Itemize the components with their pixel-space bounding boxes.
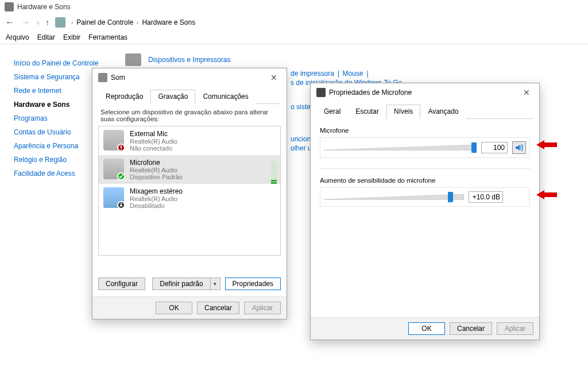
annotation-arrow-icon [536, 139, 557, 151]
mute-toggle-button[interactable] [512, 141, 526, 154]
nav-up-button[interactable]: ↑ [45, 18, 49, 27]
mic-level-row: 100 [320, 137, 530, 158]
device-status: Desabilitado [130, 202, 183, 209]
slider-thumb[interactable] [471, 142, 477, 153]
tab-niveis[interactable]: Níveis [386, 105, 420, 119]
section-header: Dispositivos e Impressoras [125, 53, 588, 66]
recording-device-list[interactable]: External Mic Realtek(R) Audio Não conect… [98, 126, 281, 256]
tab-escutar[interactable]: Escutar [348, 105, 386, 119]
close-button[interactable]: ✕ [267, 72, 281, 83]
device-name: Microfone [130, 159, 183, 167]
error-badge-icon [117, 144, 125, 152]
sidebar-home[interactable]: Início do Painel de Controle [14, 59, 115, 67]
tab-avancado[interactable]: Avançado [420, 105, 466, 119]
device-name: Mixagem estéreo [130, 187, 183, 195]
mic-dialog-titlebar[interactable]: Propriedades de Microfone ✕ [311, 83, 539, 102]
slider-thumb[interactable] [448, 192, 453, 202]
mic-tabs: Geral Escutar Níveis Avançado [316, 104, 533, 119]
set-default-button[interactable]: Definir padrão [152, 277, 210, 290]
chevron-right-icon: › [71, 20, 73, 26]
device-name: External Mic [130, 130, 177, 138]
sound-tabs: Reprodução Gravação Comunicações [98, 89, 281, 104]
ok-button[interactable]: OK [408, 322, 445, 335]
breadcrumb-current[interactable]: Hardware e Sons [142, 18, 195, 26]
section-title-link[interactable]: Dispositivos e Impressoras [148, 56, 230, 64]
device-mixagem[interactable]: Mixagem estéreo Realtek(R) Audio Desabil… [99, 184, 280, 213]
tab-reproducao[interactable]: Reprodução [98, 90, 150, 104]
menu-ferramentas[interactable]: Ferramentas [88, 33, 127, 41]
chevron-down-icon[interactable]: ▾ [210, 277, 220, 290]
breadcrumb-root[interactable]: Painel de Controle [76, 18, 133, 26]
nav-back-button[interactable]: ← [5, 17, 15, 28]
breadcrumb[interactable]: › Painel de Controle › Hardware e Sons [71, 18, 195, 26]
mic-dialog-footer: OK Cancelar Aplicar [311, 317, 539, 340]
window-title: Hardware e Sons [17, 3, 71, 11]
device-external-mic[interactable]: External Mic Realtek(R) Audio Não conect… [99, 126, 280, 155]
svg-marker-1 [324, 145, 477, 151]
apply-button[interactable]: Aplicar [244, 302, 281, 314]
level-meter [271, 159, 277, 184]
nav-bar: ← → v ↑ › Painel de Controle › Hardware … [0, 14, 588, 31]
menu-exibir[interactable]: Exibir [63, 33, 80, 41]
device-microfone[interactable]: Microfone Realtek(R) Audio Dispositivo P… [99, 155, 280, 184]
mic-dialog-body: Microfone 100 Aumento de sensibilidad [311, 119, 539, 207]
ok-button[interactable]: OK [156, 302, 192, 314]
mic-icon [103, 159, 124, 179]
window-titlebar: Hardware e Sons [0, 0, 588, 14]
set-default-split-button[interactable]: Definir padrão ▾ [152, 277, 220, 290]
svg-marker-2 [536, 140, 557, 149]
mic-boost-slider[interactable] [324, 192, 464, 202]
sound-instruction: Selecione um dispositivo de gravação aba… [92, 104, 287, 126]
svg-point-0 [121, 149, 122, 150]
nav-history-caret[interactable]: v [37, 20, 40, 26]
device-driver: Realtek(R) Audio [130, 195, 183, 202]
link-mouse[interactable]: Mouse [343, 70, 363, 78]
device-driver: Realtek(R) Audio [130, 138, 177, 145]
speaker-icon [514, 143, 524, 152]
check-badge-icon [117, 172, 125, 180]
sound-dialog-footer: OK Cancelar Aplicar [92, 296, 287, 319]
mic-level-value[interactable]: 100 [481, 142, 508, 153]
cancel-button[interactable]: Cancelar [197, 302, 239, 314]
close-button[interactable]: ✕ [520, 87, 533, 98]
app-icon [5, 2, 14, 11]
breadcrumb-icon [55, 17, 65, 28]
device-status: Dispositivo Padrão [130, 173, 183, 180]
svg-marker-3 [324, 194, 464, 200]
cancel-button[interactable]: Cancelar [450, 322, 492, 335]
soundcard-icon [103, 187, 124, 208]
annotation-arrow-icon [536, 189, 557, 201]
device-driver: Realtek(R) Audio [130, 167, 183, 173]
sound-dialog-title: Som [111, 74, 125, 82]
mic-boost-label: Aumento de sensibilidade do microfone [320, 177, 530, 184]
chevron-right-icon: › [137, 20, 138, 26]
mic-icon [316, 88, 326, 97]
configure-button[interactable]: Configurar [98, 277, 145, 290]
menu-bar: Arquivo Editar Exibir Ferramentas [0, 31, 588, 44]
mic-dialog-title: Propriedades de Microfone [329, 88, 412, 97]
mic-boost-row: +10.0 dB [320, 187, 530, 207]
mic-boost-value[interactable]: +10.0 dB [469, 191, 503, 203]
properties-button[interactable]: Propriedades [225, 277, 281, 290]
disabled-badge-icon [117, 201, 125, 209]
link-printer[interactable]: de impressora [291, 70, 334, 78]
divider [320, 168, 530, 169]
sound-icon [98, 73, 107, 82]
sound-action-buttons: Configurar Definir padrão ▾ Propriedades [92, 273, 287, 295]
menu-editar[interactable]: Editar [37, 33, 55, 41]
sound-dialog-titlebar[interactable]: Som ✕ [92, 68, 287, 87]
tab-geral[interactable]: Geral [316, 105, 348, 119]
sound-dialog: Som ✕ Reprodução Gravação Comunicações S… [92, 68, 287, 319]
svg-marker-4 [536, 190, 557, 199]
device-status: Não conectado [130, 145, 177, 152]
nav-forward-button[interactable]: → [21, 17, 31, 28]
mic-icon [103, 130, 124, 151]
mic-level-label: Microfone [320, 127, 530, 134]
tab-comunicacoes[interactable]: Comunicações [195, 90, 256, 104]
apply-button[interactable]: Aplicar [497, 322, 533, 335]
menu-arquivo[interactable]: Arquivo [6, 33, 29, 41]
mic-properties-dialog: Propriedades de Microfone ✕ Geral Escuta… [310, 83, 540, 340]
devices-printers-icon [125, 53, 141, 66]
mic-level-slider[interactable] [324, 142, 477, 153]
tab-gravacao[interactable]: Gravação [150, 90, 195, 104]
